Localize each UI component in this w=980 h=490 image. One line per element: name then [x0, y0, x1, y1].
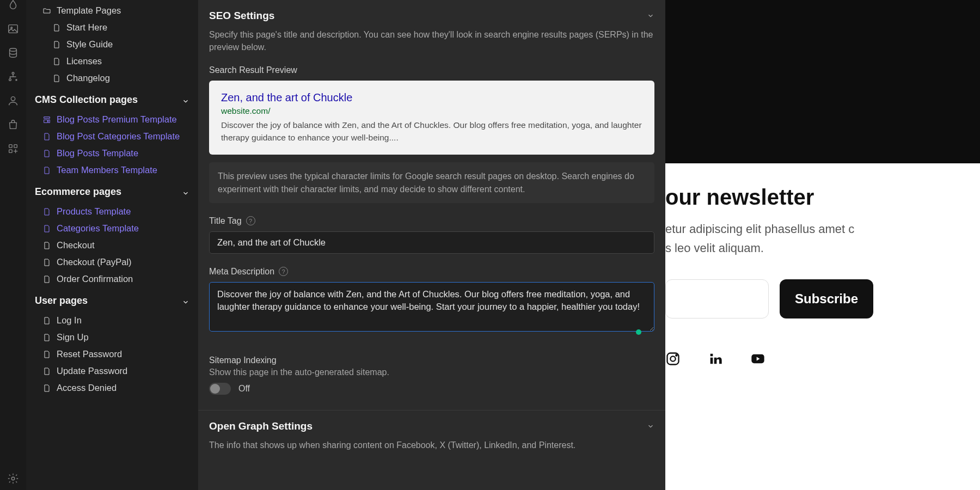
page-label: Start Here [66, 22, 107, 33]
page-icon [52, 40, 61, 49]
page-label: Log In [57, 315, 82, 326]
page-label: Checkout (PayPal) [57, 257, 132, 267]
page-label: Order Confirmation [57, 274, 133, 284]
page-icon [42, 132, 51, 141]
page-login[interactable]: Log In [26, 312, 198, 329]
seo-section-desc: Specify this page's title and descriptio… [209, 28, 654, 53]
page-checkout[interactable]: Checkout [26, 237, 198, 254]
image-icon[interactable] [7, 23, 19, 35]
page-update-password[interactable]: Update Password [26, 363, 198, 379]
section-ecommerce[interactable]: Ecommerce pages [26, 179, 198, 203]
page-blog-posts[interactable]: Blog Posts Template [26, 145, 198, 162]
section-user-pages[interactable]: User pages [26, 287, 198, 312]
chevron-down-icon [182, 96, 189, 104]
subscribe-button[interactable]: Subscribe [780, 279, 873, 318]
page-signup[interactable]: Sign Up [26, 329, 198, 346]
page-blog-categories[interactable]: Blog Post Categories Template [26, 128, 198, 145]
meta-description-input[interactable] [209, 282, 654, 332]
help-icon[interactable]: ? [279, 267, 288, 276]
svg-point-4 [9, 79, 11, 81]
page-start-here[interactable]: Start Here [26, 19, 198, 36]
page-label: Update Password [57, 366, 127, 376]
page-icon [42, 258, 51, 267]
page-label: Style Guide [66, 39, 113, 50]
page-style-guide[interactable]: Style Guide [26, 36, 198, 53]
svg-point-2 [10, 48, 17, 52]
page-label: Products Template [57, 206, 131, 217]
page-label: Licenses [66, 56, 102, 66]
folder-template-pages[interactable]: Template Pages [26, 2, 198, 19]
settings-panel: SEO Settings Specify this page's title a… [198, 0, 665, 490]
shopping-bag-icon[interactable] [7, 119, 19, 131]
seo-section-header[interactable]: SEO Settings [209, 0, 654, 28]
page-icon [42, 350, 51, 359]
page-categories-template[interactable]: Categories Template [26, 220, 198, 237]
newsletter-title: our newsletter [665, 185, 980, 210]
newsletter-footer: our newsletter etur adipiscing elit phas… [665, 163, 980, 490]
svg-rect-0 [9, 25, 18, 33]
serp-url: website.com/ [221, 106, 642, 116]
page-label: Blog Post Categories Template [57, 131, 180, 142]
svg-point-3 [12, 72, 14, 75]
page-team-members[interactable]: Team Members Template [26, 162, 198, 179]
section-cms-collection[interactable]: CMS Collection pages [26, 87, 198, 111]
section-title: SEO Settings [209, 10, 274, 22]
network-icon[interactable] [7, 71, 19, 83]
pages-sidebar: Template Pages Start Here Style Guide Li… [26, 0, 198, 490]
serp-title: Zen, and the art of Chuckle [221, 91, 642, 104]
page-label: Checkout [57, 240, 95, 250]
toggle-state-label: Off [238, 384, 250, 394]
title-tag-input[interactable] [209, 231, 654, 254]
page-label: Reset Password [57, 349, 122, 359]
page-licenses[interactable]: Licenses [26, 53, 198, 70]
og-section-header[interactable]: Open Graph Settings [209, 411, 654, 439]
page-icon [42, 384, 51, 393]
section-label: CMS Collection pages [35, 94, 138, 106]
folder-icon [42, 7, 51, 15]
settings-icon[interactable] [7, 473, 19, 485]
page-icon [52, 74, 61, 83]
sitemap-toggle[interactable] [209, 383, 231, 395]
og-section-desc: The info that shows up when sharing cont… [209, 439, 654, 451]
page-icon [42, 224, 51, 233]
preview-note: This preview uses the typical character … [209, 162, 654, 203]
apps-icon[interactable] [7, 143, 19, 155]
linkedin-icon[interactable] [708, 351, 723, 366]
page-icon [52, 23, 61, 32]
newsletter-desc: etur adipiscing elit phasellus amet c s … [665, 219, 980, 258]
page-reset-password[interactable]: Reset Password [26, 346, 198, 363]
section-label: User pages [35, 295, 88, 307]
page-icon [42, 333, 51, 342]
chevron-down-icon [182, 297, 189, 305]
page-icon [42, 166, 51, 175]
meta-description-label: Meta Description ? [209, 267, 654, 277]
icon-rail [0, 0, 26, 490]
page-label: Blog Posts Template [57, 148, 138, 158]
svg-point-12 [676, 355, 677, 356]
svg-rect-8 [9, 150, 13, 153]
youtube-icon[interactable] [750, 351, 765, 366]
user-icon[interactable] [7, 95, 19, 107]
status-dot-icon [636, 329, 641, 335]
svg-point-11 [670, 357, 675, 362]
help-icon[interactable]: ? [246, 216, 255, 225]
page-label: Blog Posts Premium Template [57, 114, 177, 125]
page-icon [42, 275, 51, 284]
page-access-denied[interactable]: Access Denied [26, 379, 198, 396]
instagram-icon[interactable] [665, 351, 681, 366]
serp-description: Discover the joy of balance with Zen, an… [221, 119, 642, 144]
droplet-icon[interactable] [7, 0, 19, 11]
canvas-preview: our newsletter etur adipiscing elit phas… [665, 0, 980, 490]
collection-icon [42, 115, 51, 124]
page-icon [42, 241, 51, 250]
page-order-confirmation[interactable]: Order Confirmation [26, 271, 198, 287]
page-changelog[interactable]: Changelog [26, 70, 198, 87]
page-blog-posts-premium[interactable]: Blog Posts Premium Template [26, 111, 198, 128]
svg-rect-7 [14, 145, 17, 148]
page-label: Changelog [66, 73, 110, 83]
page-checkout-paypal[interactable]: Checkout (PayPal) [26, 254, 198, 271]
page-products-template[interactable]: Products Template [26, 203, 198, 220]
database-icon[interactable] [7, 47, 19, 59]
page-icon [42, 316, 51, 325]
email-field[interactable] [665, 279, 769, 318]
